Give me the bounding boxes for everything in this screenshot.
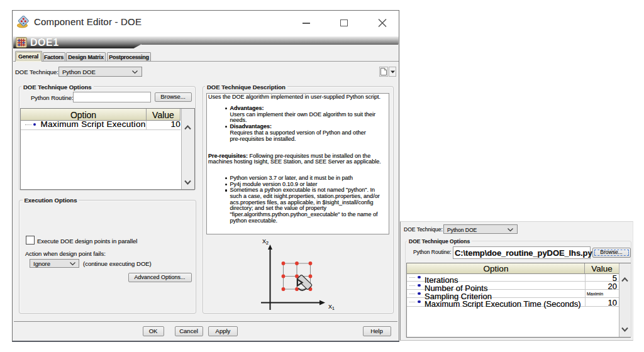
svg-text:X1: X1 [328, 304, 335, 311]
svg-text:X2: X2 [262, 238, 269, 245]
